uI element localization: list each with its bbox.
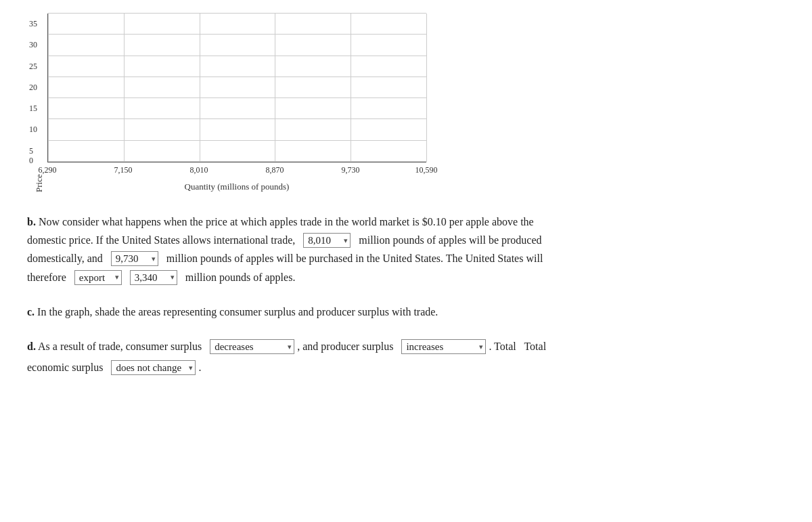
dropdown3-wrapper[interactable]: export import — [74, 268, 122, 286]
total-surplus-select[interactable]: increases decreases does not change — [111, 360, 196, 375]
producer-surplus-select-wrapper[interactable]: increases decreases does not change — [401, 337, 486, 355]
section-b-text1: Now consider what happens when the price… — [39, 216, 534, 227]
vgridline-3 — [200, 14, 200, 162]
gridline-15: 15 — [48, 97, 426, 98]
section-c-text: In the graph, shade the areas representi… — [37, 306, 438, 318]
dropdown2-wrapper[interactable]: 6,290 7,150 8,010 8,870 9,730 10,590 — [111, 249, 158, 267]
vgridline-6 — [426, 14, 427, 162]
x-label-0: 6,290 — [39, 165, 57, 175]
section-c: c. In the graph, shade the areas represe… — [27, 303, 785, 321]
x-label-4: 9,730 — [342, 165, 360, 175]
section-b-text7: million pounds of apples. — [185, 271, 296, 283]
produced-quantity-select[interactable]: 6,290 7,150 8,010 8,870 9,730 10,590 — [303, 233, 351, 248]
vgridline-5 — [351, 14, 351, 162]
export-quantity-select[interactable]: 720 860 1,720 3,340 4,300 — [130, 270, 177, 285]
gridline-35: 35 — [48, 13, 426, 14]
section-b-text4: domestically, and — [27, 253, 103, 264]
dropdown1-wrapper[interactable]: 6,290 7,150 8,010 8,870 9,730 10,590 — [303, 231, 351, 249]
gridline-20: 20 — [48, 77, 426, 77]
gridline-25: 25 — [48, 56, 426, 56]
gridline-30: 30 — [48, 34, 426, 35]
x-label-1: 7,150 — [114, 165, 133, 175]
section-d-text1: As a result of trade, consumer surplus — [38, 341, 202, 352]
x-label-2: 8,010 — [190, 165, 208, 175]
section-b: b. Now consider what happens when the pr… — [27, 213, 785, 286]
section-b-text2: domestic price. If the United States all… — [27, 234, 295, 246]
section-d: d. As a result of trade, consumer surplu… — [27, 337, 785, 376]
gridline-5: 5 — [48, 140, 426, 141]
section-d-text5: . — [198, 362, 201, 373]
section-d-text3: . Total — [489, 341, 516, 352]
export-import-select[interactable]: export import — [74, 270, 122, 285]
vgridline-1 — [48, 14, 49, 162]
x-label-5: 10,590 — [415, 165, 438, 175]
vgridline-4 — [275, 14, 275, 162]
section-b-text3: million pounds of apples will be produce… — [359, 234, 541, 246]
vgridline-2 — [124, 14, 125, 162]
section-b-label: b. — [27, 216, 36, 227]
gridline-10: 10 — [48, 118, 426, 119]
gridline-0: 0 — [48, 161, 426, 162]
section-b-text5: million pounds of apples will be purchas… — [166, 253, 543, 264]
chart-grid: 0 5 10 15 20 25 30 35 — [47, 14, 426, 162]
producer-surplus-select[interactable]: increases decreases does not change — [401, 339, 486, 354]
consumer-surplus-select-wrapper[interactable]: increases decreases does not change — [210, 337, 294, 355]
section-d-text2: , and producer surplus — [297, 341, 393, 352]
consumer-surplus-select[interactable]: increases decreases does not change — [210, 339, 294, 354]
dropdown4-wrapper[interactable]: 720 860 1,720 3,340 4,300 — [130, 268, 177, 286]
section-d-text4: economic surplus — [27, 362, 103, 373]
section-b-text6: therefore — [27, 271, 66, 283]
section-d-label: d. — [27, 341, 36, 352]
purchased-quantity-select[interactable]: 6,290 7,150 8,010 8,870 9,730 10,590 — [111, 251, 158, 266]
section-c-label: c. — [27, 306, 35, 318]
total-surplus-select-wrapper[interactable]: increases decreases does not change — [111, 358, 196, 376]
x-axis-title: Quantity (millions of pounds) — [47, 181, 426, 192]
x-label-3: 8,870 — [266, 165, 284, 175]
